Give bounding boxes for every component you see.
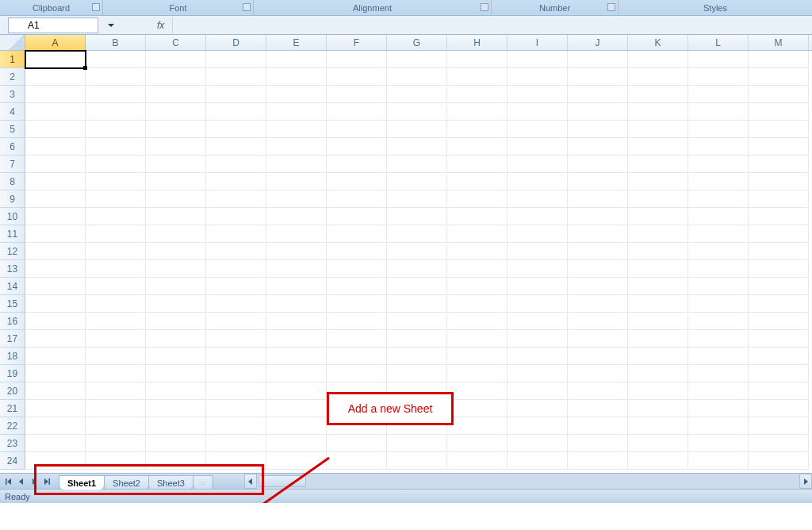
cell[interactable] bbox=[25, 348, 86, 365]
cell[interactable] bbox=[86, 417, 146, 435]
cell[interactable] bbox=[568, 190, 628, 208]
cell[interactable] bbox=[447, 208, 508, 225]
cell[interactable] bbox=[86, 243, 146, 260]
cell[interactable] bbox=[206, 225, 266, 243]
cell[interactable] bbox=[568, 208, 628, 225]
cell[interactable] bbox=[688, 417, 749, 435]
cell[interactable] bbox=[266, 138, 327, 156]
cell[interactable] bbox=[749, 260, 809, 278]
cell[interactable] bbox=[86, 435, 146, 452]
cell[interactable] bbox=[86, 138, 146, 156]
cell[interactable] bbox=[206, 330, 266, 348]
cell[interactable] bbox=[86, 382, 146, 400]
cell[interactable] bbox=[266, 330, 327, 348]
cell[interactable] bbox=[568, 295, 628, 313]
cell[interactable] bbox=[146, 190, 206, 208]
cell[interactable] bbox=[25, 400, 86, 417]
row-header[interactable]: 7 bbox=[0, 156, 25, 173]
cell[interactable] bbox=[508, 417, 568, 435]
cell[interactable] bbox=[387, 138, 447, 156]
cell[interactable] bbox=[508, 51, 568, 68]
cell[interactable] bbox=[447, 313, 508, 330]
cell[interactable] bbox=[25, 138, 86, 156]
cell[interactable] bbox=[568, 51, 628, 68]
cell[interactable] bbox=[628, 86, 688, 103]
cell[interactable] bbox=[206, 190, 266, 208]
cell[interactable] bbox=[688, 330, 749, 348]
cell[interactable] bbox=[749, 86, 809, 103]
cell[interactable] bbox=[25, 330, 86, 348]
cell[interactable] bbox=[508, 173, 568, 190]
cell[interactable] bbox=[628, 295, 688, 313]
cell[interactable] bbox=[206, 400, 266, 417]
cell[interactable] bbox=[206, 51, 266, 68]
cell[interactable] bbox=[508, 156, 568, 173]
cell[interactable] bbox=[688, 278, 749, 295]
formula-input[interactable] bbox=[172, 17, 812, 33]
cell[interactable] bbox=[749, 121, 809, 138]
cell[interactable] bbox=[266, 51, 327, 68]
cell[interactable] bbox=[206, 68, 266, 86]
cell[interactable] bbox=[86, 121, 146, 138]
cell[interactable] bbox=[86, 68, 146, 86]
cell[interactable] bbox=[688, 86, 749, 103]
cell[interactable] bbox=[146, 86, 206, 103]
cell[interactable] bbox=[749, 365, 809, 382]
cell[interactable] bbox=[568, 417, 628, 435]
cell[interactable] bbox=[749, 190, 809, 208]
cell[interactable] bbox=[447, 225, 508, 243]
cell[interactable] bbox=[387, 51, 447, 68]
cell[interactable] bbox=[387, 243, 447, 260]
row-header[interactable]: 16 bbox=[0, 313, 25, 330]
cell[interactable] bbox=[327, 243, 387, 260]
dialog-launcher-icon[interactable] bbox=[607, 3, 615, 11]
cell[interactable] bbox=[86, 225, 146, 243]
cell[interactable] bbox=[25, 278, 86, 295]
cell[interactable] bbox=[568, 348, 628, 365]
cell[interactable] bbox=[146, 173, 206, 190]
cell[interactable] bbox=[206, 313, 266, 330]
cell[interactable] bbox=[749, 138, 809, 156]
cell[interactable] bbox=[266, 452, 327, 470]
cell[interactable] bbox=[206, 208, 266, 225]
new-sheet-button[interactable] bbox=[193, 475, 213, 490]
cell[interactable] bbox=[266, 156, 327, 173]
cell[interactable] bbox=[206, 173, 266, 190]
cell[interactable] bbox=[206, 86, 266, 103]
column-header[interactable]: E bbox=[266, 35, 327, 50]
cell[interactable] bbox=[86, 156, 146, 173]
cell[interactable] bbox=[327, 330, 387, 348]
cell[interactable] bbox=[25, 121, 86, 138]
cell[interactable] bbox=[568, 86, 628, 103]
cell[interactable] bbox=[206, 295, 266, 313]
cell[interactable] bbox=[266, 348, 327, 365]
cell[interactable] bbox=[749, 348, 809, 365]
cell[interactable] bbox=[266, 173, 327, 190]
cell[interactable] bbox=[266, 103, 327, 121]
cell[interactable] bbox=[86, 190, 146, 208]
cell[interactable] bbox=[387, 190, 447, 208]
cell[interactable] bbox=[628, 452, 688, 470]
cell[interactable] bbox=[628, 190, 688, 208]
cell[interactable] bbox=[508, 400, 568, 417]
horizontal-scrollbar[interactable] bbox=[244, 474, 812, 489]
cell[interactable] bbox=[447, 103, 508, 121]
dialog-launcher-icon[interactable] bbox=[243, 3, 251, 11]
cell[interactable] bbox=[568, 68, 628, 86]
cell[interactable] bbox=[447, 51, 508, 68]
cell[interactable] bbox=[266, 260, 327, 278]
cell[interactable] bbox=[327, 435, 387, 452]
cell[interactable] bbox=[688, 452, 749, 470]
dialog-launcher-icon[interactable] bbox=[481, 3, 488, 11]
cell[interactable] bbox=[749, 382, 809, 400]
cell[interactable] bbox=[568, 103, 628, 121]
row-header[interactable]: 11 bbox=[0, 225, 25, 243]
cell[interactable] bbox=[206, 452, 266, 470]
cell[interactable] bbox=[628, 278, 688, 295]
cell[interactable] bbox=[387, 156, 447, 173]
cell[interactable] bbox=[266, 435, 327, 452]
cell[interactable] bbox=[327, 173, 387, 190]
cell[interactable] bbox=[387, 313, 447, 330]
cell[interactable] bbox=[688, 260, 749, 278]
cell[interactable] bbox=[387, 225, 447, 243]
